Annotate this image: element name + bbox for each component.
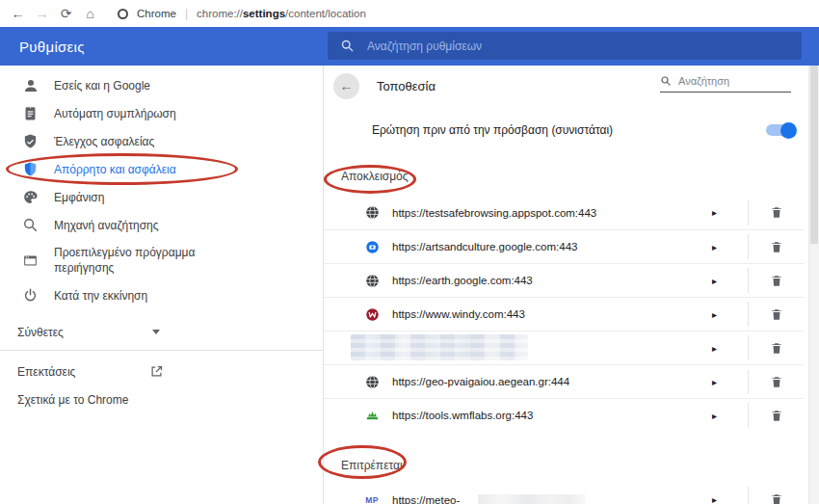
extensions-label: Επεκτάσεις bbox=[17, 365, 75, 379]
sidebar-item-autofill[interactable]: Αυτόματη συμπλήρωση bbox=[0, 99, 323, 127]
sidebar-divider bbox=[0, 350, 323, 351]
location-settings-panel: ← Τοποθεσία Ερώτηση πριν από την πρόσβασ… bbox=[324, 66, 819, 504]
page-info-icon[interactable] bbox=[118, 9, 128, 19]
row-divider bbox=[748, 369, 749, 394]
chrome-settings-window: ← → ⟳ ⌂ Chrome | chrome://settings/conte… bbox=[0, 0, 819, 504]
windy-favicon-icon bbox=[364, 306, 380, 322]
expand-arrow-icon[interactable]: ▸ bbox=[712, 399, 717, 433]
delete-site-button[interactable] bbox=[762, 300, 791, 329]
delete-site-button[interactable] bbox=[762, 333, 791, 362]
site-row[interactable]: https://testsafebrowsing.appspot.com:443… bbox=[324, 196, 804, 229]
expand-arrow-icon[interactable]: ▸ bbox=[712, 298, 717, 332]
toggle-knob bbox=[780, 122, 797, 139]
sidebar-item-label: Απόρρητο και ασφάλεια bbox=[54, 162, 176, 177]
site-url: https://meteo- bbox=[392, 494, 460, 504]
redacted-url-blur bbox=[351, 334, 528, 360]
expand-arrow-icon[interactable]: ▸ bbox=[712, 332, 717, 365]
trash-icon bbox=[770, 492, 783, 504]
scrollbar-thumb[interactable] bbox=[810, 66, 818, 244]
reload-icon[interactable]: ⟳ bbox=[54, 6, 78, 21]
expand-arrow-icon[interactable]: ▸ bbox=[712, 230, 717, 264]
trash-icon bbox=[770, 307, 783, 322]
sidebar-item-search-engine[interactable]: Μηχανή αναζήτησης bbox=[0, 211, 323, 239]
external-link-icon bbox=[149, 364, 164, 382]
site-url: https://www.windy.com:443 bbox=[392, 308, 525, 320]
person-icon bbox=[21, 76, 40, 94]
arts-favicon-icon bbox=[364, 239, 380, 254]
row-divider bbox=[748, 199, 749, 225]
advanced-label: Σύνθετες bbox=[17, 326, 64, 339]
magnifier-icon bbox=[21, 216, 40, 234]
delete-site-button[interactable] bbox=[762, 232, 791, 261]
site-row[interactable]: https://www.windy.com:443 ▸ bbox=[324, 297, 804, 331]
row-divider bbox=[748, 268, 749, 293]
chevron-down-icon bbox=[152, 330, 160, 334]
delete-site-button[interactable] bbox=[762, 367, 791, 396]
site-row[interactable]: https://geo-pvaigaiou.aegean.gr:444 ▸ bbox=[324, 364, 804, 398]
trash-icon bbox=[770, 341, 783, 356]
vertical-scrollbar[interactable] bbox=[808, 66, 819, 504]
blocked-section-label: Αποκλεισμός bbox=[324, 168, 804, 185]
sidebar-item-you-and-google[interactable]: Εσείς και η Google bbox=[0, 71, 323, 99]
sidebar-item-on-startup[interactable]: Κατά την εκκίνηση bbox=[0, 281, 323, 309]
site-label: Chrome bbox=[137, 8, 176, 19]
back-icon[interactable]: ← bbox=[6, 6, 30, 21]
redacted-url-suffix-blur bbox=[478, 494, 586, 504]
site-url: https://artsandculture.google.com:443 bbox=[392, 241, 577, 252]
site-search-input[interactable] bbox=[678, 75, 779, 87]
trash-icon bbox=[770, 274, 783, 288]
settings-search-input[interactable] bbox=[367, 40, 772, 53]
back-button[interactable]: ← bbox=[333, 73, 359, 99]
expand-arrow-icon[interactable]: ▸ bbox=[712, 483, 717, 504]
blocked-site-list: https://testsafebrowsing.appspot.com:443… bbox=[324, 196, 804, 432]
about-label: Σχετικά με το Chrome bbox=[17, 393, 128, 407]
sidebar-item-extensions[interactable]: Επεκτάσεις bbox=[0, 358, 323, 385]
settings-header: Ρυθμίσεις bbox=[0, 27, 819, 66]
palette-icon bbox=[21, 188, 40, 206]
allowed-section-label: Επιτρέπεται bbox=[324, 457, 804, 474]
expand-arrow-icon[interactable]: ▸ bbox=[712, 264, 717, 298]
sidebar-item-safety-check[interactable]: Έλεγχος ασφαλείας bbox=[0, 127, 323, 155]
site-url: https://testsafebrowsing.appspot.com:443 bbox=[392, 207, 596, 219]
sidebar-item-label: Μηχανή αναζήτησης bbox=[54, 218, 159, 233]
trash-icon bbox=[770, 240, 783, 254]
sidebar-nav-list: Εσείς και η Google Αυτόματη συμπλήρωση Έ… bbox=[0, 71, 323, 309]
sidebar-item-about-chrome[interactable]: Σχετικά με το Chrome bbox=[0, 385, 323, 413]
sidebar-item-appearance[interactable]: Εμφάνιση bbox=[0, 183, 323, 211]
ask-before-access-row: Ερώτηση πριν από την πρόσβαση (συνιστάτα… bbox=[324, 118, 804, 143]
expand-arrow-icon[interactable]: ▸ bbox=[712, 196, 717, 229]
site-row[interactable]: MP https://meteo- ▸ bbox=[324, 483, 804, 504]
url-path: /content/location bbox=[285, 8, 366, 19]
settings-body: Εσείς και η Google Αυτόματη συμπλήρωση Έ… bbox=[0, 66, 819, 504]
globe-favicon-icon bbox=[364, 273, 380, 288]
site-row[interactable]: https://tools.wmflabs.org:443 ▸ bbox=[324, 398, 804, 432]
delete-site-button[interactable] bbox=[762, 198, 791, 226]
forward-icon[interactable]: → bbox=[30, 6, 54, 21]
privacy-shield-icon bbox=[21, 160, 40, 178]
delete-site-button[interactable] bbox=[762, 401, 791, 430]
address-separator: | bbox=[185, 7, 188, 20]
site-url: https://tools.wmflabs.org:443 bbox=[392, 410, 533, 421]
settings-search-box[interactable] bbox=[328, 32, 802, 60]
sidebar-item-label: Αυτόματη συμπλήρωση bbox=[54, 106, 176, 121]
trash-icon bbox=[770, 205, 783, 220]
home-icon[interactable]: ⌂ bbox=[78, 6, 102, 21]
delete-site-button[interactable] bbox=[762, 485, 791, 504]
site-row[interactable]: https://earth.google.com:443 ▸ bbox=[324, 263, 804, 297]
ask-before-access-toggle[interactable] bbox=[766, 124, 795, 136]
settings-sidebar: Εσείς και η Google Αυτόματη συμπλήρωση Έ… bbox=[0, 66, 324, 504]
site-search-box[interactable] bbox=[660, 75, 791, 93]
address-bar[interactable]: Chrome | chrome://settings/content/locat… bbox=[118, 7, 366, 20]
trash-icon bbox=[770, 375, 783, 389]
sidebar-item-label: Εμφάνιση bbox=[54, 190, 104, 205]
site-row[interactable]: ▸ bbox=[324, 331, 804, 364]
expand-arrow-icon[interactable]: ▸ bbox=[712, 365, 717, 399]
page-title: Τοποθεσία bbox=[377, 79, 436, 93]
site-row[interactable]: https://artsandculture.google.com:443 ▸ bbox=[324, 229, 804, 263]
globe-favicon-icon bbox=[364, 205, 380, 221]
sidebar-item-advanced[interactable]: Σύνθετες bbox=[0, 318, 323, 346]
sidebar-item-default-browser[interactable]: Προεπιλεγμένο πρόγραμμα περιήγησης bbox=[0, 239, 323, 281]
sidebar-item-privacy-security[interactable]: Απόρρητο και ασφάλεια bbox=[0, 155, 323, 183]
delete-site-button[interactable] bbox=[762, 266, 791, 295]
search-icon bbox=[340, 39, 355, 53]
